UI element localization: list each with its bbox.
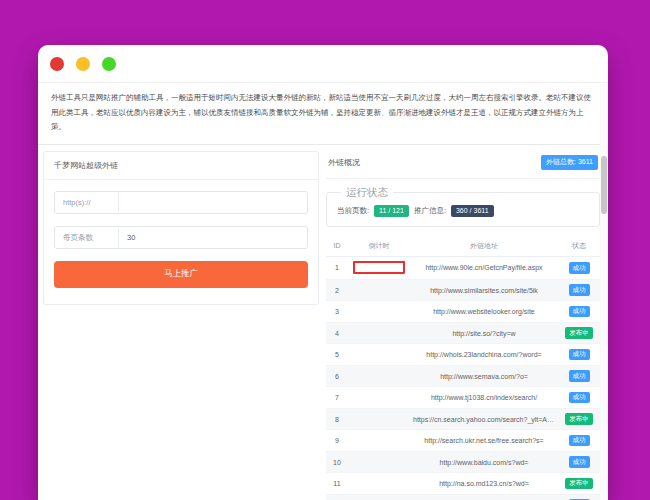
scrollbar-thumb[interactable]: [601, 156, 607, 214]
promotion-form-panel: 千梦网站超级外链 http(s):// 每页条数 马上推广: [43, 151, 319, 305]
link-table: ID 倒计时 外链地址 状态 1http://www.90le.cn/Getcn…: [326, 236, 600, 500]
url-field-label: http(s)://: [55, 192, 119, 213]
link-table-body: 1http://www.90le.cn/GetcnPay/file.aspx成功…: [326, 256, 600, 500]
form-panel-body: http(s):// 每页条数 马上推广: [44, 180, 318, 304]
per-page-count-input[interactable]: [119, 227, 307, 248]
link-status-panel: 外链概况 外链总数: 3611 运行状态 当前页数: 11 / 121 推广信息…: [326, 151, 600, 500]
table-row: 5http://whois.23landchina.com/?word=成功: [326, 344, 600, 366]
cell-id: 3: [326, 301, 348, 323]
url-input[interactable]: [119, 192, 307, 213]
cell-countdown: [348, 387, 410, 409]
cell-countdown: [348, 494, 410, 500]
cell-link-url: http://www.tj1038.cn/index/search/: [410, 387, 558, 409]
cell-countdown: [348, 322, 410, 344]
window-titlebar: [38, 45, 608, 83]
table-row: 1http://www.90le.cn/GetcnPay/file.aspx成功: [326, 256, 600, 279]
card-scrollbar[interactable]: [600, 84, 608, 500]
form-panel-title: 千梦网站超级外链: [44, 152, 318, 180]
status-badge: 成功: [569, 370, 590, 382]
cell-link-url: http://www.websitelooker.org/site: [410, 301, 558, 323]
cell-status: 成功: [558, 365, 600, 387]
header-status: 状态: [558, 236, 600, 257]
total-links-badge: 外链总数: 3611: [541, 155, 598, 170]
cell-status: 成功: [558, 494, 600, 500]
cell-countdown: [348, 408, 410, 430]
run-status-box: 运行状态 当前页数: 11 / 121 推广信息: 360 / 3611: [326, 186, 600, 227]
cell-id: 5: [326, 344, 348, 366]
promotion-info-label: 推广信息:: [414, 206, 446, 216]
cell-link-url: http://site.so/?city=w: [410, 322, 558, 344]
cell-id: 6: [326, 365, 348, 387]
table-row: 9http://search.ukr.net.se/free.search?s=…: [326, 430, 600, 452]
active-countdown-box: [353, 261, 405, 274]
window-minimize-dot-icon: [76, 57, 90, 71]
cell-status: 成功: [558, 279, 600, 301]
table-row: 2http://www.similarsites.com/site/5ik成功: [326, 279, 600, 301]
cell-status: 发布中: [558, 473, 600, 495]
status-badge: 成功: [569, 262, 590, 274]
count-field-label: 每页条数: [55, 227, 119, 248]
cell-id: 10: [326, 451, 348, 473]
table-row: 6http://www.semava.com/?o=成功: [326, 365, 600, 387]
cell-countdown: [348, 279, 410, 301]
status-badge: 成功: [569, 435, 590, 447]
start-promotion-button[interactable]: 马上推广: [54, 261, 308, 288]
status-panel-header: 外链概况 外链总数: 3611: [326, 151, 600, 179]
status-badge: 发布中: [565, 413, 593, 425]
header-link-url: 外链地址: [410, 236, 558, 257]
cell-link-url: https://cn.search.yahoo.com/search?_ylt=…: [410, 408, 558, 430]
header-countdown: 倒计时: [348, 236, 410, 257]
run-status-legend: 运行状态: [341, 186, 393, 200]
run-status-line: 当前页数: 11 / 121 推广信息: 360 / 3611: [337, 205, 589, 217]
cell-id: 12: [326, 494, 348, 500]
table-row: 7http://www.tj1038.cn/index/search/成功: [326, 387, 600, 409]
tool-notice-text: 外链工具只是网站推广的辅助工具，一般适用于短时间内无法建设大量外链的新站，新站适…: [38, 83, 608, 145]
table-row: 8https://cn.search.yahoo.com/search?_ylt…: [326, 408, 600, 430]
promotion-info-badge: 360 / 3611: [451, 205, 494, 217]
url-field-row: http(s)://: [54, 191, 308, 214]
status-badge: 发布中: [565, 327, 593, 339]
cell-id: 2: [326, 279, 348, 301]
cell-link-url: http://www.semava.com/?o=: [410, 365, 558, 387]
cell-countdown: [348, 256, 410, 279]
status-badge: 成功: [569, 392, 590, 404]
page-background: 外链工具只是网站推广的辅助工具，一般适用于短时间内无法建设大量外链的新站，新站适…: [0, 0, 650, 500]
cell-status: 发布中: [558, 322, 600, 344]
cell-link-url: http://whois.23landchina.com/?word=: [410, 344, 558, 366]
cell-link-url: http://www.90le.cn/GetcnPay/file.aspx: [410, 256, 558, 279]
cell-countdown: [348, 430, 410, 452]
header-id: ID: [326, 236, 348, 257]
count-field-row: 每页条数: [54, 226, 308, 249]
link-table-header-row: ID 倒计时 外链地址 状态: [326, 236, 600, 257]
main-content: 千梦网站超级外链 http(s):// 每页条数 马上推广 外链概况: [38, 145, 608, 500]
status-panel-title: 外链概况: [328, 157, 360, 168]
cell-status: 成功: [558, 301, 600, 323]
cell-link-url: http://search.ukr.net.se/free.search?s=: [410, 430, 558, 452]
cell-link-url: http://na.so.md123.cn/s?wd=: [410, 473, 558, 495]
status-badge: 成功: [569, 306, 590, 318]
window-close-dot-icon: [50, 57, 64, 71]
cell-id: 11: [326, 473, 348, 495]
table-row: 11http://na.so.md123.cn/s?wd=发布中: [326, 473, 600, 495]
cell-countdown: [348, 451, 410, 473]
cell-countdown: [348, 344, 410, 366]
browser-card: 外链工具只是网站推广的辅助工具，一般适用于短时间内无法建设大量外链的新站，新站适…: [38, 45, 608, 500]
table-row: 4http://site.so/?city=w发布中: [326, 322, 600, 344]
cell-id: 9: [326, 430, 348, 452]
cell-status: 成功: [558, 256, 600, 279]
cell-id: 8: [326, 408, 348, 430]
cell-countdown: [348, 301, 410, 323]
cell-id: 1: [326, 256, 348, 279]
current-page-label: 当前页数:: [337, 206, 369, 216]
status-badge: 成功: [569, 284, 590, 296]
cell-id: 4: [326, 322, 348, 344]
status-badge: 成功: [569, 456, 590, 468]
cell-countdown: [348, 365, 410, 387]
window-maximize-dot-icon: [102, 57, 116, 71]
cell-countdown: [348, 473, 410, 495]
status-badge: 发布中: [565, 478, 593, 490]
table-row: 12http://search.jpu.cn/tool.asp?keyword=…: [326, 494, 600, 500]
cell-link-url: http://www.similarsites.com/site/5ik: [410, 279, 558, 301]
cell-status: 成功: [558, 387, 600, 409]
cell-link-url: http://www.baidu.com/s?wd=: [410, 451, 558, 473]
